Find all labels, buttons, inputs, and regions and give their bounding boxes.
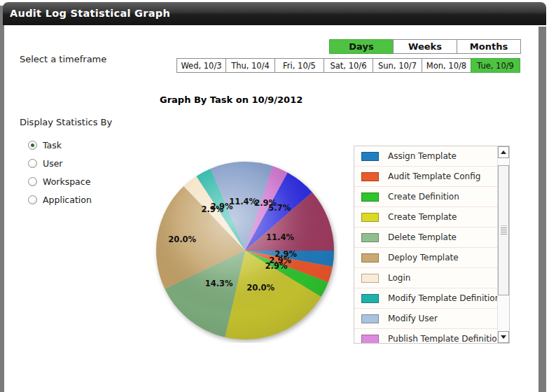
display-statistics-by-group: TaskUserWorkspaceApplication: [28, 136, 92, 209]
tab-label: Weeks: [408, 41, 442, 52]
legend-item: Modify Template Definition: [354, 288, 497, 309]
legend-swatch: [361, 152, 379, 161]
scroll-down-button[interactable]: [498, 331, 509, 343]
radio-option-label: Workspace: [43, 176, 90, 187]
day-button-label: Mon, 10/8: [426, 61, 466, 71]
pie-slice-label: 14.3%: [205, 279, 233, 288]
legend-item: Login: [354, 268, 497, 288]
window-title: Audit Log Statistical Graph: [10, 8, 170, 19]
day-button-label: Tue, 10/9: [477, 61, 514, 71]
legend-swatch: [361, 233, 379, 242]
display-statistics-by-label: Display Statistics By: [20, 117, 112, 127]
legend-item-label: Audit Template Config: [388, 172, 480, 181]
legend-item: Create Template: [354, 207, 497, 227]
day-button-label: Sat, 10/6: [331, 61, 367, 71]
day-button-mon-10-8[interactable]: Mon, 10/8: [422, 58, 471, 73]
day-button-label: Thu, 10/4: [231, 61, 270, 71]
window-right-border: [538, 27, 546, 392]
scrollbar-thumb[interactable]: [498, 165, 509, 295]
day-button-label: Sun, 10/7: [378, 61, 417, 71]
pie-slice-label: 11.4%: [266, 232, 294, 242]
radio-application[interactable]: [28, 195, 37, 204]
legend-panel: Assign TemplateAudit Template ConfigCrea…: [354, 146, 510, 344]
tab-days[interactable]: Days: [329, 39, 394, 54]
arrow-up-icon: [501, 150, 506, 154]
legend-item: Publish Template Definition: [354, 329, 497, 343]
day-button-sat-10-6[interactable]: Sat, 10/6: [324, 58, 373, 73]
pie-3d-sheen: [156, 162, 334, 340]
legend-item-label: Delete Template: [388, 232, 457, 242]
legend-list: Assign TemplateAudit Template ConfigCrea…: [354, 146, 497, 343]
legend-item-label: Publish Template Definition: [388, 334, 497, 343]
view-tabs: DaysWeeksMonths: [329, 39, 521, 54]
timeframe-label: Select a timeframe: [20, 54, 106, 64]
pie-chart: 2.9%2.9%2.9%20.0%14.3%20.0%2.9%2.9%11.4%…: [153, 158, 338, 343]
radio-dot: [31, 144, 34, 147]
legend-item: Audit Template Config: [354, 167, 497, 187]
legend-item-label: Create Template: [388, 212, 457, 222]
day-button-tue-10-9[interactable]: Tue, 10/9: [471, 58, 520, 73]
radio-option-task[interactable]: Task: [28, 136, 92, 154]
audit-log-window: Audit Log Statistical Graph DaysWeeksMon…: [0, 0, 549, 392]
pie-slice-label: 20.0%: [168, 234, 196, 244]
scroll-up-button[interactable]: [498, 146, 509, 158]
scrollbar-grip-icon: [501, 226, 507, 235]
day-button-label: Wed, 10/3: [181, 61, 221, 71]
radio-workspace[interactable]: [28, 177, 37, 186]
day-button-fri-10-5[interactable]: Fri, 10/5: [274, 58, 324, 73]
radio-option-application[interactable]: Application: [28, 190, 92, 209]
legend-item: Create Definition: [354, 187, 497, 207]
radio-user[interactable]: [28, 159, 37, 168]
legend-item-label: Create Definition: [388, 192, 459, 202]
arrow-down-icon: [501, 335, 506, 339]
day-button-sun-10-7[interactable]: Sun, 10/7: [373, 58, 422, 73]
window-titlebar: Audit Log Statistical Graph: [3, 2, 546, 25]
legend-item-label: Modify Template Definition: [388, 293, 497, 303]
pie-slice-label: 2.9%: [265, 261, 288, 271]
pie-slice-label: 11.4%: [229, 197, 257, 206]
legend-item-label: Deploy Template: [388, 253, 459, 262]
day-button-label: Fri, 10/5: [283, 61, 316, 71]
radio-option-label: Task: [43, 140, 62, 150]
legend-item: Delete Template: [354, 227, 497, 248]
legend-item: Deploy Template: [354, 248, 497, 268]
radio-option-user[interactable]: User: [28, 154, 92, 172]
legend-item: Assign Template: [354, 146, 497, 167]
tab-label: Months: [470, 41, 508, 52]
legend-swatch: [361, 172, 379, 181]
legend-item-label: Modify User: [388, 314, 438, 323]
legend-swatch: [361, 314, 379, 323]
legend-swatch: [361, 335, 379, 344]
window-left-border: [0, 6, 4, 392]
graph-heading: Graph By Task on 10/9/2012: [160, 94, 303, 105]
tab-months[interactable]: Months: [457, 39, 521, 54]
day-button-wed-10-3[interactable]: Wed, 10/3: [176, 58, 226, 73]
legend-item-label: Login: [388, 273, 410, 283]
legend-swatch: [361, 294, 379, 303]
legend-swatch: [361, 192, 379, 202]
legend-scrollbar[interactable]: [497, 146, 509, 343]
pie-slice-label: 20.0%: [246, 283, 274, 293]
tab-label: Days: [349, 41, 373, 52]
pie-slice-label: 5.7%: [268, 203, 291, 213]
legend-item: Modify User: [354, 309, 497, 329]
radio-option-label: Application: [43, 195, 92, 205]
radio-task[interactable]: [28, 141, 37, 150]
radio-option-label: User: [43, 158, 63, 169]
tab-weeks[interactable]: Weeks: [393, 39, 457, 54]
legend-swatch: [361, 213, 379, 222]
legend-swatch: [361, 253, 379, 262]
radio-option-workspace[interactable]: Workspace: [28, 172, 92, 190]
day-button-thu-10-4[interactable]: Thu, 10/4: [225, 58, 275, 73]
legend-item-label: Assign Template: [388, 151, 457, 161]
timeframe-day-buttons: Wed, 10/3Thu, 10/4Fri, 10/5Sat, 10/6Sun,…: [176, 58, 520, 73]
legend-swatch: [361, 274, 379, 283]
